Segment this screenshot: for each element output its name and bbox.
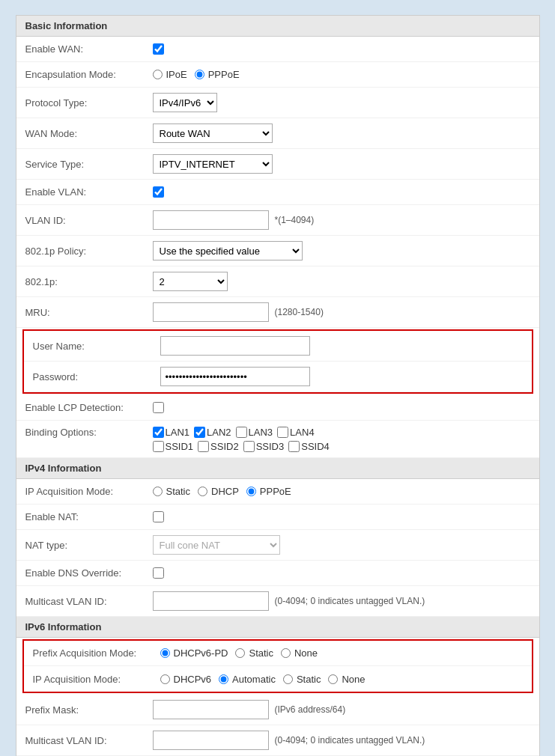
ipv6-automatic-option[interactable]: Automatic [219,674,276,685]
lan1-checkbox[interactable] [153,427,164,438]
lan1-option[interactable]: LAN1 [153,427,190,438]
dot1p-row: 802.1p: 2 [16,266,539,297]
protocol-select[interactable]: IPv4/IPv6 [153,93,217,112]
multicast-vlan2-row: Multicast VLAN ID: (0-4094; 0 indicates … [16,725,539,756]
nat-row: Enable NAT: [16,504,539,530]
ip-pppoe-option[interactable]: PPPoE [246,486,291,497]
username-label: User Name: [33,341,160,352]
wan-mode-select[interactable]: Route WAN [153,124,273,143]
ssid1-checkbox[interactable] [153,441,164,452]
mru-hint: (1280-1540) [275,307,324,317]
enable-vlan-row: Enable VLAN: [16,180,539,205]
ipv6-automatic-radio[interactable] [219,674,228,684]
prefix-acq-row: Prefix Acquisition Mode: DHCPv6-PD Stati… [24,641,532,666]
multicast-vlan2-input[interactable] [153,731,269,750]
service-type-label: Service Type: [25,159,153,170]
enable-wan-row: Enable WAN: [16,37,539,62]
enable-vlan-label: Enable VLAN: [25,186,153,198]
lcp-label: Enable LCP Detection: [25,402,153,413]
username-row: User Name: PRUEBA_IPV6 [24,331,532,362]
encap-pppoe-radio[interactable] [195,70,204,79]
dot1p-policy-row: 802.1p Policy: Use the specified value [16,236,539,266]
mru-input[interactable]: 1492 [153,302,269,322]
ip-acq-label: IP Acquisition Mode: [25,486,153,497]
ipv6-header: IPv6 Information [16,617,539,638]
prefix-mask-hint: (IPv6 address/64) [275,704,346,715]
lan4-option[interactable]: LAN4 [277,427,315,438]
ip-static-option[interactable]: Static [153,486,191,497]
encap-mode-label: Encapsulation Mode: [25,69,153,80]
encap-ipoe-option[interactable]: IPoE [153,69,187,80]
multicast-vlan-input[interactable]: 666 [153,591,269,611]
ipv6-static-radio[interactable] [283,674,293,684]
password-row: Password: [24,362,532,392]
nat-checkbox[interactable] [153,511,164,522]
prefix-static-radio[interactable] [235,648,245,658]
ipv6-static-option[interactable]: Static [283,674,321,685]
ssid3-option[interactable]: SSID3 [243,441,285,452]
dot1p-policy-label: 802.1p Policy: [25,246,153,257]
nat-type-select[interactable]: Full cone NAT [153,535,280,555]
lcp-checkbox[interactable] [153,402,164,413]
prefix-none-option[interactable]: None [281,647,318,659]
dns-override-checkbox[interactable] [153,567,164,579]
ipv6-dhcpv6-option[interactable]: DHCPv6 [160,674,212,685]
enable-vlan-checkbox[interactable] [153,186,164,198]
dot1p-label: 802.1p: [25,276,153,287]
password-input[interactable] [160,367,310,386]
enable-wan-label: Enable WAN: [25,43,153,55]
ssid4-checkbox[interactable] [288,441,300,452]
nat-type-label: NAT type: [25,540,153,551]
ssid2-checkbox[interactable] [198,441,209,452]
nat-label: Enable NAT: [25,511,153,522]
ipv6-dhcpv6-radio[interactable] [160,674,170,684]
ip-dhcp-radio[interactable] [198,487,207,496]
encap-pppoe-option[interactable]: PPPoE [195,69,240,80]
vlan-id-row: VLAN ID: 666 *(1–4094) [16,205,539,236]
mru-row: MRU: 1492 (1280-1540) [16,297,539,328]
lan3-checkbox[interactable] [236,427,247,438]
vlan-id-label: VLAN ID: [25,215,153,226]
prefix-mask-row: Prefix Mask: (IPv6 address/64) [16,695,539,725]
ipv6-acq-row: IP Acquisition Mode: DHCPv6 Automatic St… [24,666,532,692]
lan4-checkbox[interactable] [277,427,288,438]
protocol-row: Protocol Type: IPv4/IPv6 [16,88,539,118]
encap-ipoe-radio[interactable] [153,70,163,79]
prefix-dhcpv6pd-option[interactable]: DHCPv6-PD [160,647,228,659]
service-type-select[interactable]: IPTV_INTERNET [153,154,273,174]
ssid1-option[interactable]: SSID1 [153,441,194,452]
lan2-checkbox[interactable] [194,427,205,438]
enable-wan-checkbox[interactable] [153,43,164,55]
prefix-mask-input[interactable] [153,700,269,719]
binding-label: Binding Options: [25,427,153,438]
ip-dhcp-option[interactable]: DHCP [198,486,239,497]
ipv6-none-option[interactable]: None [328,674,365,685]
ssid3-checkbox[interactable] [243,441,255,452]
prefix-none-radio[interactable] [281,648,291,658]
basic-info-header: Basic Information [16,16,539,37]
username-input[interactable]: PRUEBA_IPV6 [160,336,310,356]
ipv6-highlighted-section: Prefix Acquisition Mode: DHCPv6-PD Stati… [22,639,533,693]
dot1p-policy-select[interactable]: Use the specified value [153,241,303,260]
multicast-vlan-hint: (0-4094; 0 indicates untagged VLAN.) [275,596,425,606]
wan-mode-label: WAN Mode: [25,128,153,139]
prefix-static-option[interactable]: Static [235,647,273,659]
multicast-vlan-row: Multicast VLAN ID: 666 (0-4094; 0 indica… [16,586,539,617]
prefix-dhcpv6pd-radio[interactable] [160,648,170,658]
lan3-option[interactable]: LAN3 [236,427,273,438]
ssid4-option[interactable]: SSID4 [288,441,330,452]
binding-row: Binding Options: LAN1 LAN2 LAN3 LAN4 [16,421,539,458]
dot1p-select[interactable]: 2 [153,272,228,291]
wan-mode-row: WAN Mode: Route WAN [16,118,539,149]
ipv6-none-radio[interactable] [328,674,338,684]
vlan-id-input[interactable]: 666 [153,210,269,230]
prefix-mask-label: Prefix Mask: [25,704,153,716]
dns-override-row: Enable DNS Override: [16,561,539,586]
ssid2-option[interactable]: SSID2 [198,441,239,452]
lan2-option[interactable]: LAN2 [194,427,231,438]
ip-pppoe-radio[interactable] [246,487,256,496]
encap-mode-row: Encapsulation Mode: IPoE PPPoE [16,62,539,88]
mru-label: MRU: [25,307,153,318]
ip-static-radio[interactable] [153,487,163,496]
nat-type-row: NAT type: Full cone NAT [16,530,539,561]
